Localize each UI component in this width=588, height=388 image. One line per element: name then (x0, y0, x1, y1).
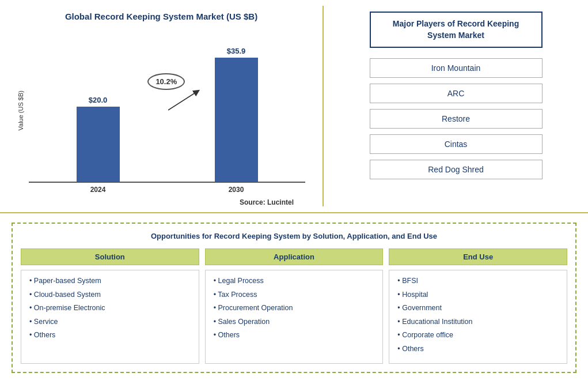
player-restore: Restore (370, 109, 543, 129)
players-box-title: Major Players of Record Keeping System M… (370, 12, 543, 48)
x-label-2030: 2030 (167, 183, 305, 194)
player-red-dog-shred: Red Dog Shred (370, 160, 543, 179)
opp-col-solution: Solution Paper-based System Cloud-based … (21, 248, 199, 364)
bar-group-2030: $35.9 (167, 47, 305, 182)
cagr-annotation: 10.2% (147, 73, 185, 90)
solution-item-5: Others (29, 330, 191, 341)
top-section: Global Record Keeping System Market (US … (0, 0, 588, 213)
chart-body: Value (US $B) $20.0 $35.9 (17, 27, 305, 194)
opp-col-body-application: Legal Process Tax Process Procurement Op… (205, 270, 384, 364)
enduse-item-1: BFSI (397, 276, 559, 287)
application-item-1: Legal Process (214, 276, 375, 287)
solution-item-1: Paper-based System (29, 276, 191, 287)
enduse-item-2: Hospital (397, 290, 559, 300)
opportunities-box: Opportunities for Record Keeping System … (12, 223, 576, 373)
opp-col-enduse: End Use BFSI Hospital Government Educati… (389, 248, 567, 364)
opp-col-application: Application Legal Process Tax Process Pr… (205, 248, 384, 364)
opp-col-body-solution: Paper-based System Cloud-based System On… (21, 270, 199, 364)
cagr-arrow-svg (168, 89, 203, 112)
solution-item-4: Service (29, 317, 191, 327)
main-container: Global Record Keeping System Market (US … (0, 0, 588, 388)
opp-col-header-enduse: End Use (389, 248, 567, 265)
bar-group-2024: $20.0 (29, 96, 167, 182)
chart-area: Global Record Keeping System Market (US … (0, 0, 323, 212)
player-iron-mountain: Iron Mountain (370, 58, 543, 78)
application-item-4: Sales Operation (214, 317, 375, 327)
bottom-section: Opportunities for Record Keeping System … (0, 213, 588, 388)
enduse-item-5: Corporate office (397, 330, 559, 341)
opp-col-header-application: Application (205, 248, 384, 265)
application-item-2: Tax Process (214, 290, 375, 300)
application-item-3: Procurement Operation (214, 303, 375, 314)
enduse-item-3: Government (397, 303, 559, 314)
player-cintas: Cintas (370, 134, 543, 154)
opp-col-body-enduse: BFSI Hospital Government Educational Ins… (389, 270, 567, 364)
enduse-item-6: Others (397, 344, 559, 355)
bar-value-2024: $20.0 (89, 96, 108, 104)
right-panel: Major Players of Record Keeping System M… (324, 0, 588, 212)
player-arc: ARC (370, 84, 543, 103)
cagr-oval: 10.2% (147, 73, 185, 90)
source-label: Source: Lucintel (17, 198, 305, 206)
opp-title: Opportunities for Record Keeping System … (21, 232, 567, 240)
solution-item-3: On-premise Electronic (29, 303, 191, 314)
svg-line-0 (168, 92, 197, 110)
bars-container: $20.0 $35.9 10.2% (29, 27, 305, 182)
x-axis: 2024 2030 (29, 182, 305, 194)
opp-columns: Solution Paper-based System Cloud-based … (21, 248, 567, 364)
application-item-5: Others (214, 330, 375, 341)
x-label-2024: 2024 (29, 183, 167, 194)
solution-item-2: Cloud-based System (29, 290, 191, 300)
bar-2024 (77, 107, 120, 182)
y-axis-label: Value (US $B) (17, 91, 24, 131)
bar-2030 (215, 58, 258, 182)
chart-inner: $20.0 $35.9 10.2% (29, 27, 305, 194)
chart-title: Global Record Keeping System Market (US … (65, 12, 257, 21)
bar-value-2030: $35.9 (227, 47, 246, 55)
opp-col-header-solution: Solution (21, 248, 199, 265)
enduse-item-4: Educational Institution (397, 317, 559, 327)
